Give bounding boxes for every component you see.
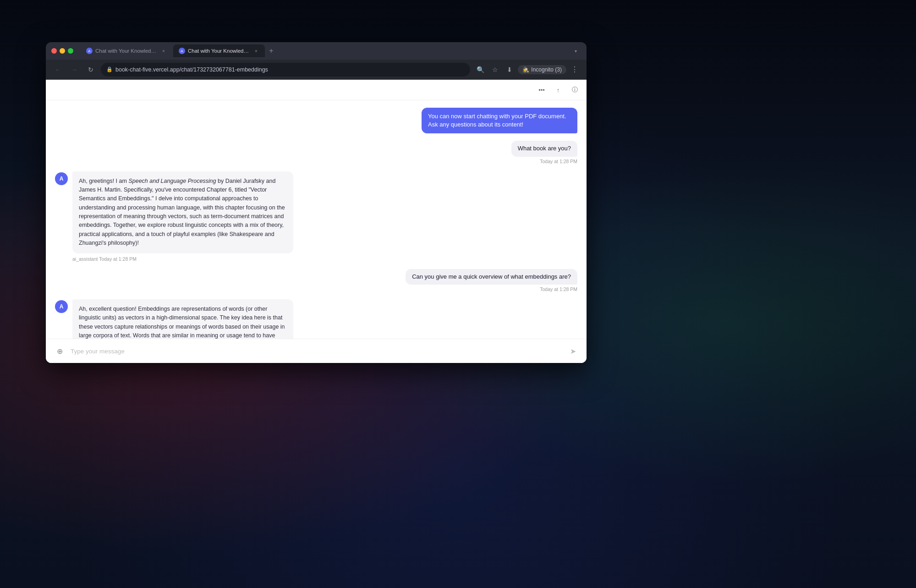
send-button[interactable]: ➤ bbox=[566, 345, 579, 357]
system-bubble: You can now start chatting with your PDF… bbox=[422, 108, 577, 133]
address-bar[interactable]: 🔒 book-chat-five.vercel.app/chat/1732732… bbox=[101, 63, 470, 77]
close-button[interactable] bbox=[51, 48, 57, 54]
attach-button[interactable]: ⊕ bbox=[53, 345, 66, 357]
tab-expand-button[interactable]: ▾ bbox=[570, 45, 581, 56]
ai-message-1: A Ah, greetings! I am Speech and Languag… bbox=[55, 171, 293, 262]
tab-2-close[interactable]: × bbox=[253, 48, 259, 54]
url-text: book-chat-five.vercel.app/chat/173273206… bbox=[115, 66, 465, 73]
ai-message-2: A Ah, excellent question! Embeddings are… bbox=[55, 299, 293, 339]
bookmark-icon-btn[interactable]: ☆ bbox=[488, 63, 501, 76]
ai-bubble-2: Ah, excellent question! Embeddings are r… bbox=[72, 299, 293, 339]
chat-container: ••• ↑ ⓘ You can now start chatting with … bbox=[46, 80, 587, 363]
messages-area: You can now start chatting with your PDF… bbox=[46, 100, 587, 339]
browser-tab-1[interactable]: A Chat with Your Knowledge B... × bbox=[81, 44, 172, 57]
system-message: You can now start chatting with your PDF… bbox=[422, 108, 577, 133]
forward-button[interactable]: → bbox=[68, 63, 81, 76]
tab-2-title: Chat with Your Knowledge B... bbox=[188, 48, 250, 54]
browser-tab-2[interactable]: A Chat with Your Knowledge B... × bbox=[173, 44, 265, 57]
tab-1-title: Chat with Your Knowledge B... bbox=[95, 48, 158, 54]
incognito-badge[interactable]: 🕵 Incognito (3) bbox=[518, 65, 566, 74]
tab-2-favicon: A bbox=[179, 48, 185, 54]
lock-icon: 🔒 bbox=[106, 66, 113, 72]
reload-button[interactable]: ↻ bbox=[84, 63, 97, 76]
ai-message-1-meta: ai_assistant Today at 1:28 PM bbox=[72, 256, 293, 262]
ai-avatar-2: A bbox=[55, 300, 68, 313]
ai-bubble-wrapper-1: Ah, greetings! I am Speech and Language … bbox=[72, 171, 293, 262]
browser-window: A Chat with Your Knowledge B... × A Chat… bbox=[46, 42, 587, 363]
user-message-2: Can you give me a quick overview of what… bbox=[406, 269, 577, 292]
incognito-icon: 🕵 bbox=[522, 66, 529, 73]
back-button[interactable]: ← bbox=[51, 63, 64, 76]
new-tab-button[interactable]: + bbox=[266, 45, 277, 56]
ai-bubble-1: Ah, greetings! I am Speech and Language … bbox=[72, 171, 293, 253]
ai-time-1: Today at 1:28 PM bbox=[99, 256, 137, 262]
input-area: ⊕ ➤ bbox=[46, 339, 587, 363]
tab-1-favicon: A bbox=[86, 48, 93, 54]
browser-menu-button[interactable]: ⋮ bbox=[568, 63, 581, 76]
tabs-area: A Chat with Your Knowledge B... × A Chat… bbox=[81, 44, 581, 57]
ai-avatar-1: A bbox=[55, 172, 68, 185]
toolbar-icons: 🔍 ☆ ⬇ 🕵 Incognito (3) ⋮ bbox=[474, 63, 581, 76]
message-input[interactable] bbox=[71, 348, 562, 355]
ai-sender-1: ai_assistant bbox=[72, 256, 98, 262]
maximize-button[interactable] bbox=[68, 48, 73, 54]
user-message-2-time: Today at 1:28 PM bbox=[540, 286, 577, 292]
user-message-1: What book are you? Today at 1:28 PM bbox=[511, 141, 577, 164]
tab-1-close[interactable]: × bbox=[160, 48, 167, 54]
more-options-button[interactable]: ••• bbox=[535, 83, 548, 96]
chat-header-actions: ••• ↑ ⓘ bbox=[46, 80, 587, 100]
incognito-label: Incognito (3) bbox=[531, 66, 562, 73]
title-bar: A Chat with Your Knowledge B... × A Chat… bbox=[46, 42, 587, 60]
address-bar-row: ← → ↻ 🔒 book-chat-five.vercel.app/chat/1… bbox=[46, 60, 587, 80]
minimize-button[interactable] bbox=[60, 48, 65, 54]
download-icon-btn[interactable]: ⬇ bbox=[503, 63, 516, 76]
ai-bubble-2-p1: Ah, excellent question! Embeddings are r… bbox=[79, 305, 287, 339]
user-message-1-time: Today at 1:28 PM bbox=[540, 159, 577, 164]
share-button[interactable]: ↑ bbox=[552, 83, 565, 96]
user-bubble-1: What book are you? bbox=[511, 141, 577, 156]
traffic-lights bbox=[51, 48, 73, 54]
search-icon-btn[interactable]: 🔍 bbox=[474, 63, 487, 76]
ai-bubble-1-p1: Ah, greetings! I am Speech and Language … bbox=[79, 177, 287, 248]
user-bubble-2: Can you give me a quick overview of what… bbox=[406, 269, 577, 285]
info-button[interactable]: ⓘ bbox=[568, 83, 581, 96]
ai-bubble-wrapper-2: Ah, excellent question! Embeddings are r… bbox=[72, 299, 293, 339]
